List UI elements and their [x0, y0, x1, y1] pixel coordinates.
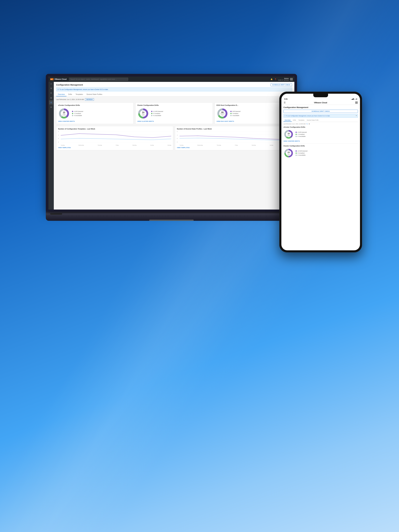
- cluster-drift-label: 12 Drift Detected: [153, 111, 163, 112]
- esxi-donut-chart: 89 Total ESXiHost: [216, 108, 228, 119]
- laptop-topbar-right: 🔔 ❓ Admin Multi-VC Services: [270, 78, 293, 81]
- phone-vcenter-section-title: vCenter Configuration Drifts: [284, 126, 358, 128]
- phone-cluster-donut: 24 TotalCluster: [284, 148, 294, 158]
- vcenter-card-body: 10 TotalvCenter 4 Drift D: [58, 108, 132, 119]
- phone-cluster-donut-row: 24 TotalCluster 12 Drift Detected: [284, 148, 358, 158]
- view-vcenter-drifts-link[interactable]: VIEW VCENTER DRIFTS: [58, 120, 132, 122]
- phone-cluster-drift-card: 24 TotalCluster 12 Drift Detected: [284, 148, 358, 158]
- bell-icon[interactable]: 🔔: [270, 78, 273, 80]
- esxi-unavailable-dot: [230, 115, 232, 116]
- vcenter-drift-card: vCenter Configuration Drifts: [56, 102, 133, 124]
- phone-cluster-legend: 12 Drift Detected 6 Compliant 6 Unavaila…: [296, 150, 308, 156]
- phone-grid-icon[interactable]: [355, 101, 358, 104]
- esxi-total-label: Total ESXiHost: [220, 113, 225, 116]
- cluster-donut-chart: 24 TotalCluster: [137, 108, 149, 119]
- phone-view-vcenter-link[interactable]: VIEW VCENTER DRIFTS: [284, 140, 358, 142]
- phone-menu-icon[interactable]: ☰: [284, 101, 286, 104]
- phone-brand-label: VMware Cloud: [314, 101, 327, 104]
- esxi-unavailable-label: Unavailable: [232, 115, 239, 116]
- page-title: Configuration Management: [56, 84, 83, 86]
- tab-templates[interactable]: Templates: [74, 93, 85, 96]
- phone-vcenter-unavailable-dot: [296, 136, 297, 137]
- phone-tab-overview[interactable]: Overview: [284, 119, 292, 122]
- charts-row: Number of Configuration Templates - Last…: [56, 126, 292, 150]
- unavailable-label: 4 Unavailable: [74, 115, 82, 116]
- esxi-compliant-dot: [230, 113, 232, 114]
- phone-bezel: 9:41 ▲ ▮ ☰ VMware Cl: [279, 92, 362, 252]
- sidebar-item-dashboard[interactable]: ▤: [49, 96, 53, 100]
- esxi-compliant-label: Compliant: [232, 113, 238, 114]
- laptop-brand-label: VMware Cloud: [54, 78, 67, 80]
- templates-chart-plot: [61, 131, 171, 143]
- laptop-device: vm VMware Cloud 🔔 ❓ Admin Multi-VC Servi…: [46, 74, 297, 221]
- cluster-card-title: Cluster Configuration Drifts: [137, 104, 211, 106]
- esxi-donut-center: 89 Total ESXiHost: [220, 111, 225, 116]
- cluster-compliant-label: 6 Compliant: [153, 113, 160, 114]
- sidebar-item-settings[interactable]: ⚙: [49, 105, 53, 109]
- laptop-app-body: ≫ ⊞ ☰ ▤ ⊙ ⚙ Configuration Management: [49, 82, 294, 209]
- laptop-bezel: vm VMware Cloud 🔔 ❓ Admin Multi-VC Servi…: [46, 74, 297, 212]
- sidebar-item-config[interactable]: ⊙: [49, 100, 53, 104]
- phone-vcenter-total: 10: [287, 133, 290, 135]
- view-esxi-drifts-link[interactable]: VIEW ESXI HOST DRIFTS: [216, 120, 290, 122]
- laptop-header-top: Configuration Management SCHEDULE DRIFT …: [56, 83, 292, 86]
- view-templates-link[interactable]: VIEW TEMPLATES: [58, 147, 171, 148]
- cluster-total-label: TotalCluster: [142, 113, 145, 116]
- laptop-search-input[interactable]: [69, 78, 128, 81]
- laptop-tabs: Overview Drifts Templates Desired State …: [56, 93, 292, 96]
- phone-screen: 9:41 ▲ ▮ ☰ VMware Cl: [281, 94, 360, 250]
- templates-chart-svg: [61, 131, 171, 143]
- phone-cluster-section-title: Cluster Configuration Drifts: [284, 145, 358, 147]
- phone-tab-desired[interactable]: Desired State Profil...: [306, 119, 321, 122]
- view-desired-link[interactable]: VIEW TEMPLATES: [177, 147, 290, 148]
- laptop-foot-left: [50, 213, 62, 215]
- tab-desired-state-profiles[interactable]: Desired State Profiles: [85, 93, 104, 96]
- laptop-main-header: Configuration Management SCHEDULE DRIFT …: [54, 82, 294, 96]
- phone-tab-drifts[interactable]: Drifts: [292, 119, 297, 122]
- sidebar-collapse-icon[interactable]: ≫: [51, 83, 52, 85]
- desired-chart-svg: [180, 131, 290, 143]
- drift-cards-row: vCenter Configuration Drifts: [56, 102, 292, 124]
- apps-grid-icon[interactable]: [290, 78, 293, 80]
- vcenter-legend-drift: 4 Drift Detected: [72, 111, 83, 112]
- phone-status-icons: ▲ ▮: [352, 98, 357, 100]
- schedule-drift-check-button[interactable]: SCHEDULE DRIFT CHECK: [271, 83, 292, 86]
- phone-tab-templates[interactable]: Templates: [297, 119, 306, 122]
- phone-vcenter-drift-legend: 4 Drift Detected: [296, 132, 307, 133]
- phone-cluster-unavailable-legend: 6 Unavailable: [296, 154, 308, 156]
- templates-chart-title: Number of Configuration Templates - Last…: [58, 128, 171, 130]
- tab-drifts[interactable]: Drifts: [66, 93, 74, 96]
- help-icon[interactable]: ❓: [274, 78, 277, 80]
- cluster-legend-unavailable: 6 Unavailable: [151, 115, 163, 116]
- phone-settings-icon[interactable]: ⚙: [309, 123, 310, 125]
- phone-cluster-drift-legend: 12 Drift Detected: [296, 150, 308, 152]
- svg-text:vm: vm: [51, 79, 52, 80]
- phone-time: 9:41: [284, 98, 288, 100]
- info-icon: ℹ: [58, 88, 58, 90]
- cluster-unavailable-label: 6 Unavailable: [153, 115, 161, 116]
- phone-refresh-row: Last Refreshed: Jun 3, 2024, 10:39:54 AM…: [284, 123, 358, 125]
- desired-x-axis: Tuesday Wednesday Thursday Friday Saturd…: [180, 145, 290, 146]
- esxi-legend-drift: Drift Detected: [230, 111, 241, 112]
- esxi-card-title: ESXi Host Configuration D...: [216, 104, 290, 106]
- laptop-feet: [46, 213, 297, 215]
- cluster-donut-center: 24 TotalCluster: [142, 111, 145, 116]
- drift-color-dot: [72, 111, 73, 112]
- sidebar-item-inventory[interactable]: ☰: [49, 91, 53, 95]
- sidebar-item-home[interactable]: ⊞: [49, 86, 53, 90]
- view-cluster-drifts-link[interactable]: VIEW CLUSTER DRIFTS: [137, 120, 211, 122]
- cluster-legend-drift: 12 Drift Detected: [151, 111, 163, 112]
- esxi-total: 89: [220, 111, 225, 113]
- phone-schedule-drift-check-button[interactable]: SCHEDULE DRIFT CHECK: [284, 110, 358, 113]
- phone-info-text: To use Configuration Management, ensure …: [286, 115, 330, 117]
- phone-vcenter-donut-row: 10 TotalvCenter 4 Drift Detected: [284, 129, 358, 139]
- unavailable-color-dot: [72, 115, 73, 116]
- vcenter-legend: 4 Drift Detected 2 Compliant: [72, 111, 83, 116]
- tab-overview[interactable]: Overview: [56, 93, 66, 96]
- laptop-base: [46, 213, 297, 221]
- laptop-main-scroll: Last Refreshed: Jun 3, 2024, 10:39:54 AM…: [54, 96, 294, 209]
- cluster-drift-dot: [151, 111, 152, 112]
- phone-refresh-icon[interactable]: ↻: [306, 123, 308, 125]
- phone-banner-close-icon[interactable]: ✕: [356, 115, 357, 116]
- refresh-button[interactable]: REFRESH: [85, 98, 94, 101]
